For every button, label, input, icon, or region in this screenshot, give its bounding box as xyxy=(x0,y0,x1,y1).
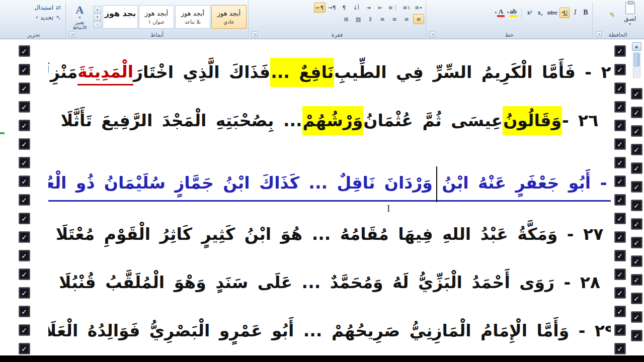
ltr-direction-button[interactable]: ¶→ xyxy=(327,3,338,13)
align-center-button[interactable]: ≡ xyxy=(401,14,412,24)
font-buttons: BIU▾abex₂x² xyxy=(525,8,591,18)
align-right-button[interactable]: ≡ xyxy=(413,14,424,24)
check-square-icon: ✓ xyxy=(614,64,626,75)
align-left-button[interactable]: ≡ xyxy=(389,14,400,24)
verse-segment: عِيسَى ثُمَّ عُثْمَانُ xyxy=(363,108,503,133)
superscript-glyph: x² xyxy=(527,9,532,17)
verse-line: ٢٨ - رَوَى أَحْمَدُ الْبَزِّيُّ لَهُ وَم… xyxy=(48,258,611,307)
verse-segment: ٥ - أَبُو جَعْفَرٍ عَنْهُ ابْنُ وَرْدَان… xyxy=(48,173,611,193)
strikethrough-glyph: abe xyxy=(547,10,558,16)
check-square-icon: ✓ xyxy=(614,175,626,187)
group-label-editing: تحرير xyxy=(4,31,64,39)
check-square-icon: ✓ xyxy=(614,138,626,150)
scroll-up-button[interactable]: ▲ xyxy=(632,42,641,51)
group-label-text: الحافظة xyxy=(608,32,627,38)
format-painter-button[interactable]: ✎ xyxy=(606,9,618,20)
text-highlight-color-button[interactable]: ab▾ xyxy=(506,8,518,18)
ribbon-group-paragraph: •≡١≡⋮≡⇤⇥أ↓¶¶→¶← ≡≡≡≡⇕▨⊞ فقرة ↘ xyxy=(249,0,426,39)
bold-button[interactable]: B xyxy=(581,8,591,18)
rtl-direction-button[interactable]: ¶← xyxy=(314,3,325,13)
sort-button[interactable]: أ↓ xyxy=(351,3,362,13)
group-label-clipboard: الحافظة ↘ xyxy=(594,31,641,39)
check-square-icon: ✓ xyxy=(19,138,30,150)
scrollbar-track[interactable] xyxy=(633,52,640,78)
check-square-icon: ✓ xyxy=(614,306,626,317)
word-window: لصق ▾ ✎ الحافظة ↘ BIU▾abex₂x² ab▾A▾ خط xyxy=(0,0,644,362)
text-highlight-color-glyph: ab xyxy=(510,8,517,15)
check-square-icon: ✓ xyxy=(631,330,642,341)
justify-button[interactable]: ≡ xyxy=(377,14,388,24)
replace-label: استبدال xyxy=(35,4,53,11)
subscript-button[interactable]: x₂ xyxy=(535,8,545,18)
check-square-icon: ✓ xyxy=(631,162,642,174)
font-color-buttons: ab▾A▾ xyxy=(494,8,518,18)
style-gallery: أبجد هوزعاديأبجد هوزبلا تباعدأبجد هوزعنو… xyxy=(103,5,247,29)
gallery-scroll-up-icon[interactable]: ▴ xyxy=(94,6,101,13)
gallery-scroll-down-icon[interactable]: ▾ xyxy=(94,14,101,21)
clipboard-icon xyxy=(625,2,635,14)
strikethrough-button[interactable]: abe xyxy=(546,8,559,18)
italic-button[interactable]: I xyxy=(570,8,580,18)
check-square-icon: ✓ xyxy=(614,231,626,243)
style-item[interactable]: أبجد هوزعادي xyxy=(211,5,247,29)
group-label-text: خط xyxy=(505,32,513,38)
check-square-icon: ✓ xyxy=(631,125,642,137)
paste-button[interactable]: لصق ▾ xyxy=(618,1,641,31)
borders-button[interactable]: ⊞ xyxy=(341,14,352,24)
show-marks-button[interactable]: ¶ xyxy=(339,3,350,13)
shading-button[interactable]: ▨ xyxy=(353,14,364,24)
bullets-button[interactable]: •≡ xyxy=(413,3,424,13)
check-square-icon: ✓ xyxy=(631,274,642,286)
text-caret xyxy=(436,166,437,202)
check-square-icon: ✓ xyxy=(19,268,30,280)
outer-margin-markers: ✓✓✓✓✓✓✓✓✓✓✓✓✓✓ xyxy=(631,82,642,341)
style-name: عنوان ١ xyxy=(148,19,165,25)
check-square-icon: ✓ xyxy=(19,120,30,131)
style-preview: أبجد هوز xyxy=(145,10,168,17)
decrease-indent-button[interactable]: ⇤ xyxy=(375,3,386,13)
style-item[interactable]: أبجد هوزبلا تباعد xyxy=(175,5,210,29)
numbering-button[interactable]: ١≡ xyxy=(401,3,412,13)
font-body: BIU▾abex₂x² ab▾A▾ xyxy=(428,1,591,31)
style-item[interactable]: أبجد هوزعنوان ١ xyxy=(139,5,174,29)
paragraph-row1: •≡١≡⋮≡⇤⇥أ↓¶¶→¶← xyxy=(250,3,424,13)
check-square-icon: ✓ xyxy=(19,194,30,206)
check-square-icon: ✓ xyxy=(19,287,30,299)
gallery-more-icon[interactable]: ▿ xyxy=(94,21,101,28)
style-preview: أبجد هوز xyxy=(181,10,204,17)
superscript-button[interactable]: x² xyxy=(525,8,535,18)
dialog-launcher-icon[interactable]: ↘ xyxy=(252,31,258,37)
multilevel-list-button[interactable]: ⋮≡ xyxy=(387,3,400,13)
underline-button[interactable]: U▾ xyxy=(559,8,570,18)
verse-segment: نَافِعٌ ... xyxy=(270,58,334,87)
style-item[interactable]: بجد هوز xyxy=(103,5,138,29)
verse-segment: ٢٥ - فَأَمَّا الْكَرِيمُ السِّرِّ فِي ال… xyxy=(334,60,611,85)
check-square-icon: ✓ xyxy=(614,82,626,94)
check-square-icon: ✓ xyxy=(19,213,30,224)
verse-segment: ٢٨ - رَوَى أَحْمَدُ الْبَزِّيُّ لَهُ وَم… xyxy=(59,270,600,295)
text-highlight-color-bar xyxy=(510,15,517,17)
change-styles-button[interactable]: A ▾ تغيير الأنماط xyxy=(67,4,92,30)
style-name: بلا تباعد xyxy=(185,19,201,25)
ibeam-cursor: I xyxy=(387,203,390,214)
scrollbar-thumb[interactable] xyxy=(634,53,639,66)
style-gallery-scroll: ▴ ▾ ▿ xyxy=(94,6,101,28)
verse-segment: وَقَالُونُ xyxy=(503,106,562,135)
increase-indent-button[interactable]: ⇥ xyxy=(363,3,374,13)
dialog-launcher-icon[interactable]: ↘ xyxy=(429,31,435,37)
check-square-icon: ✓ xyxy=(19,157,30,168)
document-page[interactable]: ٢٥ - فَأَمَّا الْكَرِيمُ السِّرِّ فِي ال… xyxy=(48,39,611,355)
verse-segment: ٢٩ - وَأَمَّا الْإِمَامُ الْمَازِنِيُّ ص… xyxy=(48,318,611,343)
group-label-text: تحرير xyxy=(27,32,40,38)
check-square-icon: ✓ xyxy=(614,213,626,224)
select-button[interactable]: ↖تحديد▾ xyxy=(4,14,61,21)
dialog-launcher-icon[interactable]: ↘ xyxy=(596,31,602,37)
line-spacing-button[interactable]: ⇕ xyxy=(365,14,376,24)
chevron-down-icon: ▾ xyxy=(495,11,497,15)
font-color-button[interactable]: A▾ xyxy=(494,8,506,18)
replace-button[interactable]: ⇄استبدال xyxy=(4,4,61,11)
group-label-styles: أنماط ↘ xyxy=(67,31,247,39)
check-square-icon: ✓ xyxy=(19,101,30,113)
dialog-launcher-icon[interactable]: ↘ xyxy=(69,31,75,37)
bold-glyph: B xyxy=(583,9,588,17)
